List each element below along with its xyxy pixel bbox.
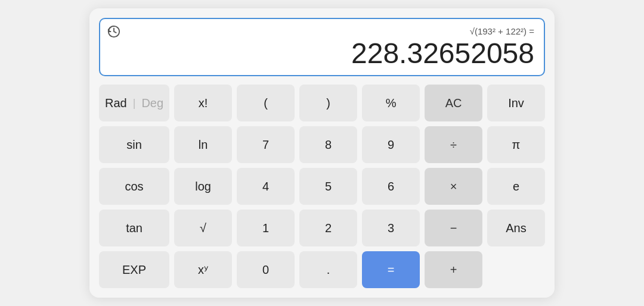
multiply-button[interactable]: × xyxy=(425,168,482,205)
subtract-button[interactable]: − xyxy=(425,210,482,246)
five-button[interactable]: 5 xyxy=(299,168,357,205)
three-button[interactable]: 3 xyxy=(362,210,420,246)
seven-button[interactable]: 7 xyxy=(237,126,295,163)
ans-button[interactable]: Ans xyxy=(487,210,545,246)
zero-button[interactable]: 0 xyxy=(237,251,295,288)
close-paren-button[interactable]: ) xyxy=(299,85,357,121)
equals-button[interactable]: = xyxy=(362,251,420,288)
sin-button[interactable]: sin xyxy=(99,126,169,163)
add-button[interactable]: + xyxy=(425,251,482,288)
rad-label[interactable]: Rad xyxy=(99,96,133,110)
exp-button[interactable]: EXP xyxy=(99,251,169,288)
percent-button[interactable]: % xyxy=(362,85,420,121)
sqrt-button[interactable]: √ xyxy=(174,210,232,246)
clear-button[interactable]: AC xyxy=(425,85,482,121)
factorial-button[interactable]: x! xyxy=(174,85,232,121)
tan-button[interactable]: tan xyxy=(99,210,169,246)
divide-button[interactable]: ÷ xyxy=(425,126,482,163)
six-button[interactable]: 6 xyxy=(362,168,420,205)
four-button[interactable]: 4 xyxy=(237,168,295,205)
two-button[interactable]: 2 xyxy=(299,210,357,246)
history-icon[interactable] xyxy=(107,25,120,41)
eight-button[interactable]: 8 xyxy=(299,126,357,163)
display-area: √(193² + 122²) = 228.32652058 xyxy=(99,18,545,77)
inv-button[interactable]: Inv xyxy=(487,85,545,121)
deg-label[interactable]: Deg xyxy=(135,96,169,110)
calculator: √(193² + 122²) = 228.32652058 Rad | Deg … xyxy=(89,8,555,298)
cos-button[interactable]: cos xyxy=(99,168,169,205)
rad-deg-toggle[interactable]: Rad | Deg xyxy=(99,85,169,121)
log-button[interactable]: log xyxy=(174,168,232,205)
decimal-button[interactable]: . xyxy=(299,251,357,288)
expression-display: √(193² + 122²) = xyxy=(110,25,534,38)
ln-button[interactable]: ln xyxy=(174,126,232,163)
button-grid: Rad | Deg x! ( ) % AC Inv sin ln 7 8 9 ÷… xyxy=(99,85,545,288)
one-button[interactable]: 1 xyxy=(237,210,295,246)
pi-button[interactable]: π xyxy=(487,126,545,163)
power-button[interactable]: xʸ xyxy=(174,251,232,288)
result-display: 228.32652058 xyxy=(110,38,534,70)
euler-button[interactable]: e xyxy=(487,168,545,205)
open-paren-button[interactable]: ( xyxy=(237,85,295,121)
nine-button[interactable]: 9 xyxy=(362,126,420,163)
